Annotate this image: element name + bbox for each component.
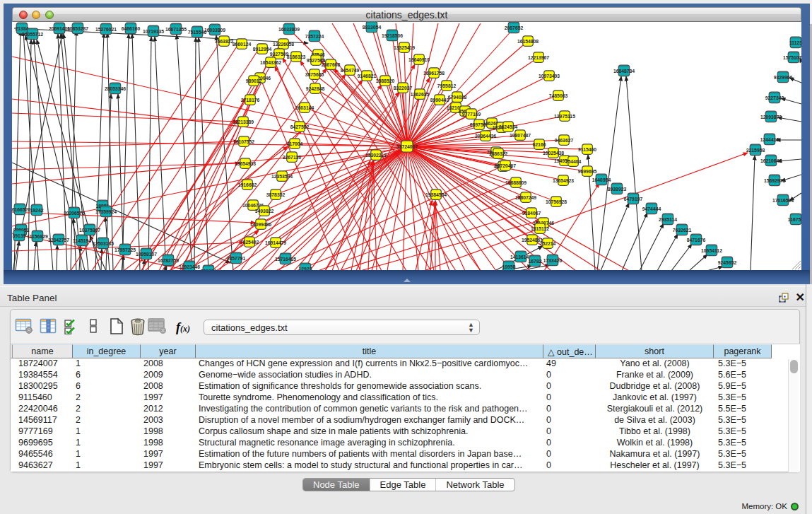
svg-text:14099486: 14099486	[250, 222, 271, 227]
svg-text:12975115: 12975115	[554, 114, 575, 119]
svg-text:19384554: 19384554	[425, 192, 447, 197]
svg-text:18807249: 18807249	[515, 195, 536, 200]
svg-text:16210643: 16210643	[760, 158, 782, 163]
svg-text:6794028: 6794028	[448, 95, 467, 100]
svg-text:16107552: 16107552	[233, 139, 254, 144]
svg-text:19242: 19242	[30, 208, 44, 213]
svg-text:2935114: 2935114	[659, 217, 677, 222]
svg-text:417004: 417004	[287, 141, 303, 146]
svg-text:18640910: 18640910	[408, 57, 430, 62]
svg-text:15302213: 15302213	[365, 153, 387, 158]
svg-text:9327509: 9327509	[270, 52, 289, 57]
svg-text:7955812: 7955812	[437, 83, 457, 88]
svg-text:16154808: 16154808	[517, 39, 539, 44]
svg-text:19218506: 19218506	[382, 33, 403, 38]
svg-text:12093872: 12093872	[760, 115, 782, 119]
svg-text:8322037: 8322037	[394, 86, 413, 90]
svg-text:7663822: 7663822	[215, 39, 234, 44]
svg-text:12353594: 12353594	[271, 174, 293, 179]
svg-text:15276021: 15276021	[95, 27, 117, 32]
svg-text:10719135: 10719135	[143, 29, 164, 34]
svg-text:15751074: 15751074	[783, 55, 801, 60]
svg-text:6479197: 6479197	[624, 197, 643, 201]
svg-text:9329966: 9329966	[774, 75, 793, 80]
svg-text:12213967: 12213967	[528, 55, 549, 60]
svg-text:16961758: 16961758	[423, 71, 445, 76]
svg-text:9242848: 9242848	[306, 86, 325, 91]
svg-text:1916682: 1916682	[238, 182, 257, 187]
svg-text:1733426: 1733426	[543, 258, 563, 263]
svg-text:8454749: 8454749	[341, 68, 360, 73]
svg-text:8912954: 8912954	[253, 47, 272, 52]
svg-text:8660124: 8660124	[233, 42, 252, 47]
svg-text:19654933: 19654933	[235, 161, 256, 166]
svg-text:9184067: 9184067	[522, 211, 541, 216]
svg-text:2087652: 2087652	[505, 25, 524, 30]
svg-text:9699695: 9699695	[578, 169, 597, 174]
svg-text:9474444: 9474444	[642, 206, 661, 211]
svg-text:20206576: 20206576	[64, 211, 85, 216]
svg-text:16848784: 16848784	[613, 69, 635, 74]
svg-text:10688609: 10688609	[505, 180, 526, 185]
svg-text:8990443: 8990443	[430, 98, 449, 103]
svg-text:8471676: 8471676	[687, 238, 706, 243]
svg-text:8427552: 8427552	[290, 124, 310, 129]
svg-text:9245652: 9245652	[718, 260, 737, 265]
svg-text:16671355: 16671355	[165, 27, 187, 32]
svg-text:13325419: 13325419	[394, 45, 415, 50]
svg-text:15720407: 15720407	[495, 163, 516, 168]
svg-text:1640954: 1640954	[592, 177, 611, 182]
svg-text:62166: 62166	[533, 142, 546, 147]
svg-text:14055712: 14055712	[22, 32, 43, 37]
svg-text:1362635: 1362635	[411, 92, 430, 97]
svg-text:2718176: 2718176	[241, 98, 260, 103]
svg-text:10807487: 10807487	[510, 133, 531, 138]
svg-text:989012: 989012	[246, 78, 262, 83]
svg-text:2603144: 2603144	[295, 105, 314, 110]
svg-text:16033809: 16033809	[204, 28, 225, 33]
svg-text:9463627: 9463627	[555, 138, 574, 143]
svg-text:7625402: 7625402	[240, 240, 259, 245]
svg-text:13654923: 13654923	[553, 178, 574, 183]
svg-text:12923446: 12923446	[179, 264, 200, 269]
svg-text:10756928: 10756928	[546, 199, 567, 204]
svg-text:16033809: 16033809	[278, 27, 300, 32]
svg-text:16543362: 16543362	[260, 60, 281, 65]
svg-text:16782759: 16782759	[158, 258, 179, 263]
svg-text:1145194: 1145194	[73, 238, 91, 243]
svg-text:10025438: 10025438	[543, 151, 564, 156]
svg-text:17359924: 17359924	[95, 209, 117, 214]
svg-text:9857791: 9857791	[227, 256, 246, 261]
svg-text:754404: 754404	[565, 159, 582, 164]
svg-text:17957225: 17957225	[114, 247, 136, 252]
svg-text:7357224: 7357224	[305, 34, 324, 39]
svg-text:3878352: 3878352	[266, 192, 286, 197]
svg-text:10375867: 10375867	[79, 228, 100, 233]
svg-text:9146821: 9146821	[358, 74, 377, 78]
svg-text:16914479: 16914479	[265, 240, 286, 245]
svg-text:16782: 16782	[529, 259, 542, 264]
svg-text:13226058: 13226058	[273, 42, 294, 47]
svg-text:9777169: 9777169	[462, 112, 481, 117]
svg-text:12213389: 12213389	[233, 119, 254, 124]
svg-text:2867608: 2867608	[322, 62, 341, 67]
svg-text:9115460: 9115460	[578, 147, 596, 152]
svg-text:11156829: 11156829	[27, 234, 48, 239]
svg-text:18724007: 18724007	[396, 144, 418, 149]
svg-text:1615112: 1615112	[531, 226, 549, 231]
svg-text:1886322: 1886322	[489, 151, 508, 156]
svg-text:8938923: 8938923	[608, 187, 627, 192]
svg-text:3624534: 3624534	[499, 124, 518, 129]
svg-text:12503135: 12503135	[93, 241, 114, 246]
svg-text:8186323: 8186323	[287, 54, 306, 59]
svg-text:3493822: 3493822	[255, 209, 274, 214]
svg-text:7485063: 7485063	[549, 93, 568, 98]
svg-text:3215958: 3215958	[746, 148, 765, 153]
svg-text:129234: 129234	[201, 269, 217, 271]
svg-text:26166520: 26166520	[12, 207, 30, 212]
svg-text:12923: 12923	[299, 267, 312, 271]
svg-text:12342757: 12342757	[48, 238, 69, 243]
svg-text:15692971: 15692971	[764, 178, 785, 183]
svg-text:252214: 252214	[540, 241, 556, 246]
svg-text:1588520: 1588520	[376, 78, 395, 83]
